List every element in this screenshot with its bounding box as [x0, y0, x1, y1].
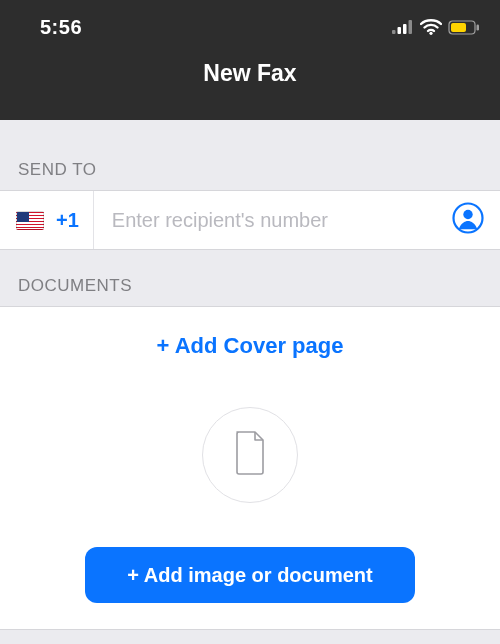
document-outline-icon — [230, 429, 270, 481]
us-flag-icon — [16, 211, 44, 230]
send-to-section-label: SEND TO — [0, 120, 500, 190]
send-to-row: +1 — [0, 190, 500, 250]
add-cover-page-button[interactable]: + Add Cover page — [147, 329, 354, 363]
contact-circle-icon — [452, 202, 484, 238]
pick-contact-button[interactable] — [446, 198, 490, 242]
country-code-label: +1 — [56, 209, 79, 232]
cellular-signal-icon — [392, 20, 414, 34]
svg-rect-3 — [409, 20, 413, 34]
svg-rect-1 — [398, 27, 402, 34]
svg-point-4 — [429, 32, 432, 35]
svg-rect-7 — [477, 24, 480, 30]
battery-low-power-icon — [448, 20, 480, 35]
svg-point-9 — [463, 210, 472, 219]
svg-rect-2 — [403, 24, 407, 34]
document-placeholder — [202, 407, 298, 503]
wifi-icon — [420, 19, 442, 35]
recipient-number-input[interactable] — [94, 209, 446, 232]
svg-rect-0 — [392, 30, 396, 34]
documents-section-label: DOCUMENTS — [0, 250, 500, 306]
add-image-or-document-button[interactable]: + Add image or document — [85, 547, 415, 603]
status-bar: 5:56 — [0, 0, 500, 44]
svg-rect-6 — [451, 23, 466, 32]
status-time: 5:56 — [40, 16, 82, 39]
app-header: 5:56 — [0, 0, 500, 120]
country-code-button[interactable]: +1 — [0, 191, 94, 249]
page-title: New Fax — [0, 60, 500, 87]
status-indicators — [392, 19, 480, 35]
documents-area: + Add Cover page + Add image or document — [0, 306, 500, 630]
